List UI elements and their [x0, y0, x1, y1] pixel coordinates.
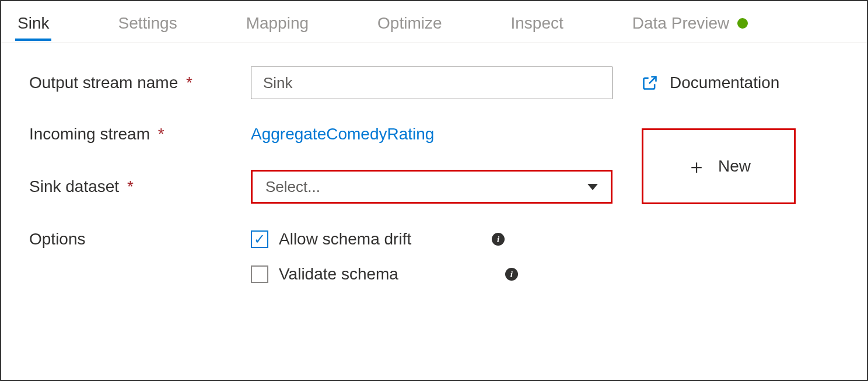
tab-data-preview-label: Data Preview: [632, 14, 730, 33]
sink-dataset-select[interactable]: Select...: [251, 170, 612, 204]
incoming-stream-label: Incoming stream: [29, 125, 150, 143]
documentation-link[interactable]: Documentation: [642, 74, 779, 92]
sink-dataset-placeholder: Select...: [265, 178, 320, 196]
tab-settings[interactable]: Settings: [116, 4, 179, 41]
required-asterisk: *: [127, 177, 134, 195]
tab-inspect[interactable]: Inspect: [509, 4, 566, 41]
allow-schema-drift-label: Allow schema drift: [279, 230, 411, 249]
documentation-label: Documentation: [670, 74, 779, 92]
tabs-bar: Sink Settings Mapping Optimize Inspect D…: [1, 1, 867, 43]
output-stream-name-input[interactable]: [251, 67, 612, 99]
info-icon[interactable]: i: [492, 233, 505, 246]
status-dot-icon: [737, 18, 748, 29]
new-button[interactable]: ＋ New: [642, 128, 796, 204]
required-asterisk: *: [158, 125, 164, 143]
plus-icon: ＋: [687, 156, 706, 176]
output-stream-name-label: Output stream name: [29, 74, 178, 92]
sink-dataset-label: Sink dataset: [29, 177, 119, 195]
validate-schema-checkbox[interactable]: [251, 265, 268, 283]
check-icon: ✓: [254, 232, 265, 246]
allow-schema-drift-checkbox[interactable]: ✓: [251, 230, 268, 248]
tab-sink[interactable]: Sink: [15, 4, 51, 41]
options-label: Options: [29, 230, 86, 248]
tab-mapping[interactable]: Mapping: [244, 4, 311, 41]
tab-optimize[interactable]: Optimize: [375, 4, 444, 41]
external-link-icon: [642, 75, 658, 91]
incoming-stream-value[interactable]: AggregateComedyRating: [251, 125, 434, 143]
required-asterisk: *: [186, 74, 192, 92]
validate-schema-label: Validate schema: [279, 265, 398, 284]
tab-data-preview[interactable]: Data Preview: [630, 4, 751, 41]
info-icon[interactable]: i: [505, 268, 518, 281]
chevron-down-icon: [587, 184, 598, 190]
new-button-label: New: [718, 157, 751, 176]
